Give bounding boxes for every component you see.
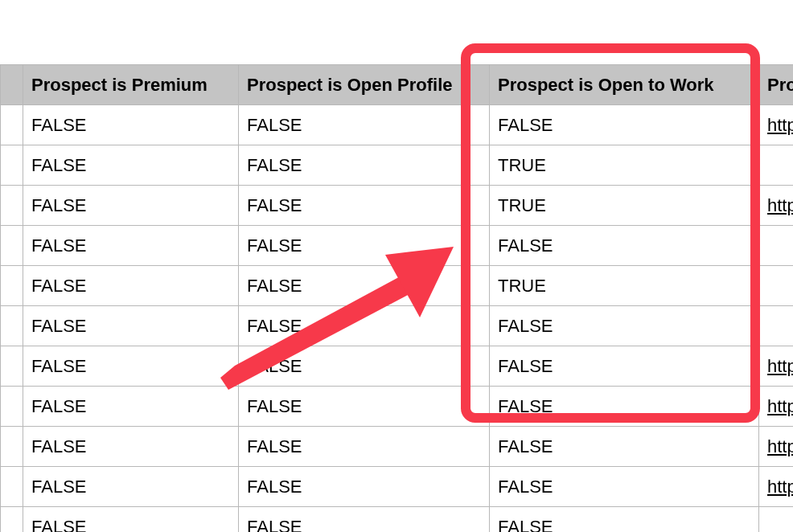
cell-open-profile[interactable]: FALSE (239, 105, 490, 145)
cell-open-to-work[interactable]: FALSE (490, 346, 759, 387)
cell-open-to-work[interactable]: FALSE (490, 226, 759, 266)
cell-open-profile[interactable]: FALSE (239, 507, 490, 533)
data-table: Prospect is Premium Prospect is Open Pro… (0, 64, 793, 532)
table-row: FALSE FALSE FALSE (1, 507, 794, 533)
table-row: FALSE FALSE FALSE http (1, 105, 794, 145)
table-row: FALSE FALSE TRUE http (1, 186, 794, 226)
cell-open-profile[interactable]: FALSE (239, 387, 490, 427)
cell-link[interactable] (759, 226, 794, 266)
cell-open-to-work[interactable]: FALSE (490, 467, 759, 507)
cell-premium[interactable]: FALSE (23, 306, 239, 346)
cell-open-to-work[interactable]: FALSE (490, 387, 759, 427)
cell-premium[interactable]: FALSE (23, 105, 239, 145)
cell-link[interactable]: http (759, 186, 794, 226)
cell-stub[interactable] (1, 226, 23, 266)
cell-premium[interactable]: FALSE (23, 145, 239, 186)
cell-stub[interactable] (1, 507, 23, 533)
spreadsheet: Prospect is Premium Prospect is Open Pro… (0, 64, 793, 532)
cell-open-to-work[interactable]: FALSE (490, 507, 759, 533)
header-row: Prospect is Premium Prospect is Open Pro… (1, 65, 794, 105)
cell-link[interactable] (759, 306, 794, 346)
cell-link[interactable] (759, 507, 794, 533)
cell-premium[interactable]: FALSE (23, 467, 239, 507)
header-last[interactable]: Pro (759, 65, 794, 105)
cell-stub[interactable] (1, 186, 23, 226)
cell-stub[interactable] (1, 467, 23, 507)
cell-open-to-work[interactable]: FALSE (490, 427, 759, 467)
cell-premium[interactable]: FALSE (23, 387, 239, 427)
cell-open-profile[interactable]: FALSE (239, 226, 490, 266)
cell-premium[interactable]: FALSE (23, 507, 239, 533)
cell-open-profile[interactable]: FALSE (239, 145, 490, 186)
cell-link[interactable]: http (759, 387, 794, 427)
table-row: FALSE FALSE TRUE (1, 145, 794, 186)
cell-open-profile[interactable]: FALSE (239, 266, 490, 306)
header-stub[interactable] (1, 65, 23, 105)
cell-open-to-work[interactable]: TRUE (490, 186, 759, 226)
header-open-profile[interactable]: Prospect is Open Profile (239, 65, 490, 105)
table-row: FALSE FALSE FALSE http (1, 387, 794, 427)
cell-link[interactable]: http (759, 427, 794, 467)
table-row: FALSE FALSE TRUE (1, 266, 794, 306)
cell-stub[interactable] (1, 387, 23, 427)
cell-link[interactable] (759, 266, 794, 306)
cell-link[interactable]: http (759, 105, 794, 145)
cell-open-profile[interactable]: FALSE (239, 427, 490, 467)
cell-link[interactable]: http (759, 346, 794, 387)
cell-premium[interactable]: FALSE (23, 226, 239, 266)
table-row: FALSE FALSE FALSE http (1, 467, 794, 507)
cell-premium[interactable]: FALSE (23, 427, 239, 467)
table-row: FALSE FALSE FALSE http (1, 427, 794, 467)
cell-link[interactable]: http (759, 467, 794, 507)
cell-stub[interactable] (1, 346, 23, 387)
cell-link[interactable] (759, 145, 794, 186)
cell-open-profile[interactable]: FALSE (239, 467, 490, 507)
cell-premium[interactable]: FALSE (23, 346, 239, 387)
cell-premium[interactable]: FALSE (23, 266, 239, 306)
cell-stub[interactable] (1, 306, 23, 346)
table-row: FALSE FALSE FALSE (1, 226, 794, 266)
cell-stub[interactable] (1, 266, 23, 306)
cell-open-profile[interactable]: FALSE (239, 346, 490, 387)
cell-stub[interactable] (1, 105, 23, 145)
cell-open-to-work[interactable]: TRUE (490, 145, 759, 186)
table-row: FALSE FALSE FALSE (1, 306, 794, 346)
cell-open-to-work[interactable]: FALSE (490, 306, 759, 346)
cell-open-profile[interactable]: FALSE (239, 306, 490, 346)
header-premium[interactable]: Prospect is Premium (23, 65, 239, 105)
cell-open-profile[interactable]: FALSE (239, 186, 490, 226)
cell-open-to-work[interactable]: TRUE (490, 266, 759, 306)
cell-premium[interactable]: FALSE (23, 186, 239, 226)
cell-open-to-work[interactable]: FALSE (490, 105, 759, 145)
cell-stub[interactable] (1, 427, 23, 467)
header-open-to-work[interactable]: Prospect is Open to Work (490, 65, 759, 105)
cell-stub[interactable] (1, 145, 23, 186)
table-row: FALSE FALSE FALSE http (1, 346, 794, 387)
